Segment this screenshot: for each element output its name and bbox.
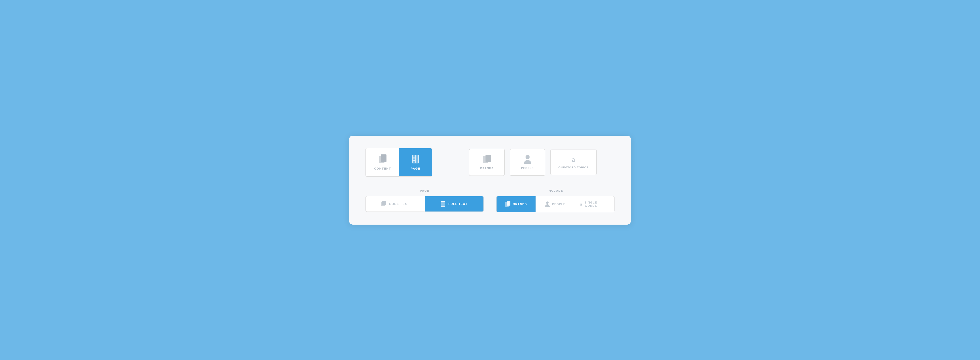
people-card-label: PEOPLE [521,166,534,170]
top-row: CONTENT PAGE BRANDS [366,148,614,177]
include-people-label: PEOPLE [552,203,566,206]
entity-selector-group: BRANDS PEOPLE a ONE-WORD TOPICS [469,149,597,176]
one-word-topics-card[interactable]: a ONE-WORD TOPICS [550,149,597,175]
include-single-words-option[interactable]: a SINGLE WORDS [575,196,614,212]
type-selector-group: CONTENT PAGE [366,148,432,177]
core-text-option[interactable]: CORE TEXT [366,196,425,211]
page-option[interactable]: PAGE [399,148,432,176]
core-text-label: CORE TEXT [389,202,409,206]
one-word-topics-label: ONE-WORD TOPICS [558,166,589,169]
page-icon [411,154,420,164]
page-section: PAGE CORE TEXT FULL TEXT [366,189,484,212]
content-option[interactable]: CONTENT [366,148,399,176]
content-label: CONTENT [374,167,391,170]
main-card: CONTENT PAGE BRANDS [349,136,631,225]
include-brands-option[interactable]: BRANDS [496,196,536,212]
people-icon [524,155,531,164]
content-icon [379,154,387,164]
page-label: PAGE [410,167,420,170]
letter-a-icon: a [572,156,575,163]
brands-icon [483,155,491,164]
include-option-row: BRANDS PEOPLE a SINGLE WORDS [496,196,614,212]
brands-card-label: BRANDS [480,167,493,170]
full-text-label: FULL TEXT [449,202,468,206]
bottom-row: PAGE CORE TEXT FULL TEXT [366,189,614,212]
include-single-words-icon: a [580,202,582,206]
page-section-label: PAGE [366,189,484,192]
include-brands-label: BRANDS [513,203,527,206]
brands-card[interactable]: BRANDS [469,149,505,176]
page-option-row: CORE TEXT FULL TEXT [366,196,484,212]
include-single-words-label: SINGLE WORDS [584,201,609,207]
core-text-icon [381,201,386,207]
include-people-option[interactable]: PEOPLE [536,196,575,212]
include-people-icon [545,202,550,206]
full-text-icon [441,201,445,207]
include-brands-icon [505,201,511,207]
full-text-option[interactable]: FULL TEXT [425,196,484,211]
include-section: INCLUDE BRANDS PEOPLE [496,189,614,212]
people-card[interactable]: PEOPLE [510,149,545,176]
include-section-label: INCLUDE [496,189,614,192]
